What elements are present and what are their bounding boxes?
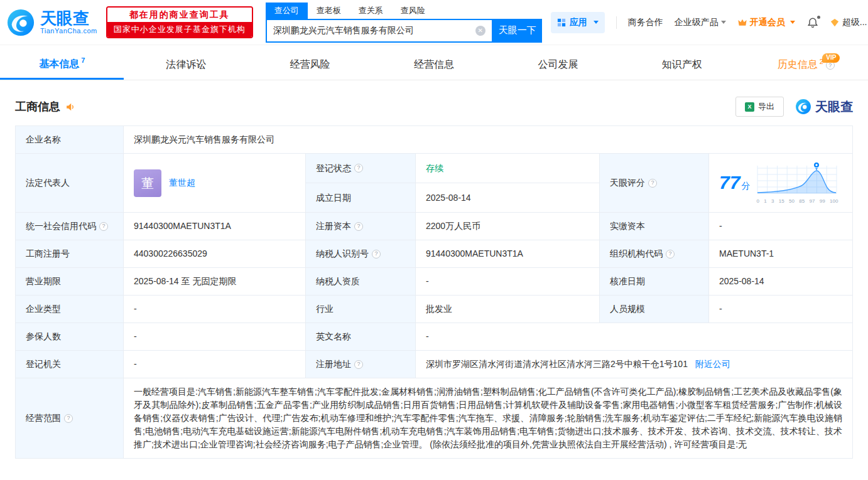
field-value-reg-address: 深圳市罗湖区清水河街道清水河社区清水河三路2号中粮干仓1号101 附近公司 <box>416 351 853 378</box>
field-value-reg-status: 存续 <box>416 154 600 183</box>
help-icon[interactable]: ? <box>354 222 363 231</box>
legal-rep-link[interactable]: 董世超 <box>169 176 195 189</box>
watermark-brand-text: 天眼查 <box>815 99 853 115</box>
user-menu[interactable]: 超级... <box>830 17 867 28</box>
promo-line1: 都在用的商业查询工具 <box>107 8 252 22</box>
field-value-org-code: MAETUN3T-1 <box>709 240 853 268</box>
top-nav: 应用 商务合作 企业级产品 开通会员 超级... <box>551 12 868 33</box>
notification-bell-icon[interactable] <box>806 16 819 29</box>
field-value-staff-size: - <box>709 296 853 323</box>
field-label-reg-status: 登记状态? <box>306 154 416 183</box>
score-distribution-chart: 01 315 5085 9799 100 <box>756 161 838 205</box>
tab-basic-info[interactable]: 基本信息7 <box>0 50 124 80</box>
help-icon[interactable]: ? <box>666 250 675 259</box>
field-label-legal-rep: 法定代表人 <box>16 154 124 213</box>
tab-legal-proceedings[interactable]: 法律诉讼 <box>124 50 247 80</box>
field-label-insured-count: 参保人数 <box>16 323 124 351</box>
search-row: ✕ 天眼一下 <box>266 19 542 43</box>
field-value-company-name: 深圳鹏龙兴元汽车销售服务有限公司 <box>124 126 853 154</box>
tab-intellectual-property[interactable]: 知识产权 <box>620 50 744 80</box>
help-icon[interactable]: ? <box>372 250 381 259</box>
section-title: 工商信息 <box>15 99 60 114</box>
announcement-horn-icon[interactable] <box>65 102 76 112</box>
field-label-establish-date: 成立日期 <box>306 183 416 213</box>
search-area: 查公司 查老板 查关系 查风险 ✕ 天眼一下 <box>266 3 542 43</box>
nav-cooperation[interactable]: 商务合作 <box>628 17 663 28</box>
field-label-reg-capital: 注册资本? <box>306 213 416 240</box>
field-label-business-scope: 经营范围? <box>16 378 124 459</box>
nav-open-vip[interactable]: 开通会员 <box>737 17 795 28</box>
field-value-legal-rep: 董 董世超 <box>124 154 306 213</box>
table-row: 工商注册号 440300226635029 纳税人识别号? 91440300MA… <box>16 240 853 268</box>
crown-icon <box>737 18 747 27</box>
search-tab-boss[interactable]: 查老板 <box>308 3 350 19</box>
search-tab-company[interactable]: 查公司 <box>266 3 308 19</box>
excel-icon: X <box>745 102 754 112</box>
field-label-english-name: 英文名称 <box>306 323 416 351</box>
tab-basic-label: 基本信息 <box>39 58 79 71</box>
nav-divider <box>616 16 617 29</box>
tab-operating-info[interactable]: 经营信息 <box>372 50 496 80</box>
search-button[interactable]: 天眼一下 <box>493 19 542 43</box>
field-value-approval-date: 2025-08-14 <box>709 268 853 296</box>
export-button[interactable]: X 导出 <box>735 97 784 117</box>
help-icon[interactable]: ? <box>354 164 363 173</box>
field-value-taxpayer-id: 91440300MAETUN3T1A <box>416 240 600 268</box>
help-icon[interactable]: ? <box>99 222 108 231</box>
table-row: 经营范围? 一般经营项目是:汽车销售;新能源汽车整车销售;汽车零配件批发;金属材… <box>16 378 853 459</box>
search-input[interactable] <box>273 26 475 36</box>
tab-history-count: 2 <box>820 58 823 65</box>
nav-enterprise-products[interactable]: 企业级产品 <box>675 17 726 28</box>
score-curve <box>756 161 838 197</box>
field-label-taxpayer-id: 纳税人识别号? <box>306 240 416 268</box>
tab-operation-label: 经营信息 <box>414 58 454 72</box>
field-value-paid-capital: - <box>709 213 853 240</box>
field-value-establish-date: 2025-08-14 <box>416 183 600 213</box>
logo-name: 天眼查 <box>40 10 97 27</box>
apps-grid-icon <box>557 18 566 27</box>
tab-history-info[interactable]: VIP 历史信息2 ? <box>744 50 868 80</box>
table-row: 营业期限 2025-08-14 至 无固定期限 纳税人资质 - 核准日期 202… <box>16 268 853 296</box>
tab-ip-label: 知识产权 <box>662 58 702 72</box>
field-value-reg-number: 440300226635029 <box>124 240 306 268</box>
promo-banner: 都在用的商业查询工具 国家中小企业发展子基金旗下机构 <box>106 6 253 38</box>
status-badge: 存续 <box>426 163 443 173</box>
tab-company-development[interactable]: 公司发展 <box>496 50 620 80</box>
field-label-reg-authority: 登记机关 <box>16 351 124 378</box>
tianyancha-watermark-logo: 天眼查 <box>795 99 853 115</box>
field-label-taxpayer-quality: 纳税人资质 <box>306 268 416 296</box>
chevron-down-icon <box>790 21 795 24</box>
tianyancha-watermark-icon <box>795 99 811 115</box>
help-icon[interactable]: ? <box>648 179 657 188</box>
search-tab-relation[interactable]: 查关系 <box>350 3 392 19</box>
table-row: 参保人数 - 英文名称 - <box>16 323 853 351</box>
help-icon[interactable]: ? <box>354 360 363 369</box>
section-head-actions: X 导出 天眼查 <box>735 97 853 117</box>
enterprise-label: 企业级产品 <box>675 17 719 28</box>
user-label: 超级... <box>842 17 867 28</box>
table-row: 企业类型 - 行业 批发业 人员规模 - <box>16 296 853 323</box>
field-value-company-type: - <box>124 296 306 323</box>
legal-rep-avatar[interactable]: 董 <box>134 169 161 197</box>
tianyancha-logo[interactable]: 天眼查 TianYanCha.com <box>6 8 97 37</box>
apps-button[interactable]: 应用 <box>551 12 605 33</box>
reg-address-text: 深圳市罗湖区清水河街道清水河社区清水河三路2号中粮干仓1号101 <box>426 359 688 369</box>
field-value-industry: 批发业 <box>416 296 600 323</box>
top-header: 天眼查 TianYanCha.com 都在用的商业查询工具 国家中小企业发展子基… <box>0 0 868 45</box>
table-row: 登记机关 - 注册地址? 深圳市罗湖区清水河街道清水河社区清水河三路2号中粮干仓… <box>16 351 853 378</box>
field-value-taxpayer-quality: - <box>416 268 600 296</box>
tab-basic-count: 7 <box>81 56 85 64</box>
clear-icon[interactable]: ✕ <box>475 26 486 36</box>
promo-line2: 国家中小企业发展子基金旗下机构 <box>107 22 252 37</box>
field-value-credit-code: 91440300MAETUN3T1A <box>124 213 306 240</box>
company-detail-tabs: 基本信息7 法律诉讼 经营风险 经营信息 公司发展 知识产权 VIP 历史信息2… <box>0 50 868 80</box>
nearby-companies-link[interactable]: 附近公司 <box>695 359 730 369</box>
field-label-reg-address: 注册地址? <box>306 351 416 378</box>
search-tab-risk[interactable]: 查风险 <box>392 3 434 19</box>
tab-operating-risk[interactable]: 经营风险 <box>248 50 372 80</box>
score-number: 77分 <box>719 173 750 193</box>
field-label-staff-size: 人员规模 <box>600 296 709 323</box>
field-value-reg-authority: - <box>124 351 306 378</box>
help-icon[interactable]: ? <box>64 414 73 423</box>
super-vip-icon <box>830 18 839 27</box>
